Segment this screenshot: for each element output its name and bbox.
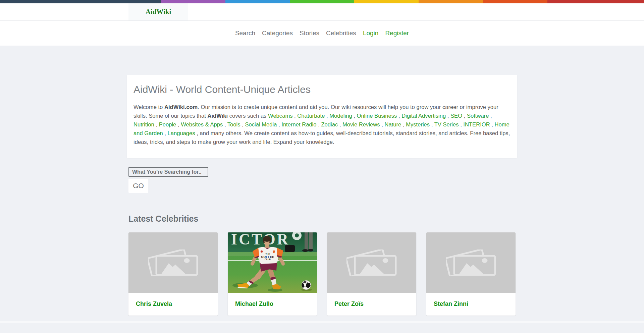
celebrity-card-body: Chris Zuvela [128,293,218,316]
topic-separator: , [352,113,357,119]
topic-separator: , [462,113,467,119]
topic-separator: , [163,130,168,136]
celebrity-card-body: Peter Zoïs [327,293,416,316]
topic-separator: , [317,121,321,128]
topic-separator: , [293,113,298,119]
topic-link-social-media[interactable]: Social Media [245,121,277,128]
stripe-segment [483,0,547,3]
intro-paragraph: Welcome to AidWiki.com. Our mission is t… [133,103,511,147]
topic-link-zodiac[interactable]: Zodiac [321,121,338,128]
search-form: GO [128,167,517,193]
image-placeholder-icon [446,249,496,276]
stripe-segment [290,0,354,3]
page-title: AidWiki - World Content-Unique Articles [133,83,511,96]
intro-text-b1: AidWiki.com [164,104,198,110]
celebrity-card: Peter Zoïs [327,232,416,316]
stadium-banner-text: ICTOR [231,232,290,248]
topic-link-webcams[interactable]: Webcams [268,113,292,119]
topic-link-languages[interactable]: Languages [168,130,195,136]
topic-separator: , [325,113,329,119]
celebrity-image-link[interactable] [128,232,218,293]
intro-text-p3: covers such as [228,113,268,119]
celebrity-name-link[interactable]: Michael Zullo [235,300,273,307]
topic-link-seo[interactable]: SEO [450,113,462,119]
celebrity-name-link[interactable]: Stefan Zinni [434,300,468,307]
celebrity-card: Chris Zuvela [128,232,218,316]
topic-separator: , [397,113,401,119]
stripe-segment [547,0,644,3]
topic-link-websites-apps[interactable]: Websites & Apps [181,121,223,128]
soccer-player-photo: ICTOR [228,232,317,293]
main-content: AidWiki - World Content-Unique Articles … [127,75,517,316]
banner-logo-dot [295,233,299,237]
celebrity-name-link[interactable]: Chris Zuvela [136,300,172,307]
topic-link-interior[interactable]: INTERIOR [463,121,490,128]
celebrity-card-body: Michael Zullo [228,293,317,316]
topic-separator: , [240,121,245,128]
celebrity-image-link[interactable]: ICTOR [228,232,317,293]
main-nav: SearchCategoriesStoriesCelebritiesLoginR… [0,21,644,46]
topic-link-nature[interactable]: Nature [384,121,401,128]
topic-separator: , [401,121,406,128]
celebrity-image-link[interactable] [426,232,516,293]
jersey-text-club: CLUB [265,258,271,261]
nav-link-celebrities[interactable]: Celebrities [323,30,360,37]
topic-link-mysteries[interactable]: Mysteries [406,121,430,128]
site-logo[interactable]: AidWiki [146,8,171,16]
topic-link-chaturbate[interactable]: Chaturbate [297,113,325,119]
nav-link-categories[interactable]: Categories [259,30,296,37]
nav-link-search[interactable]: Search [232,30,259,37]
topic-link-software[interactable]: Software [467,113,489,119]
footer-strip [0,321,644,323]
celebrity-cards: Chris Zuvela ICTOR [127,232,517,316]
topic-separator: , [446,113,450,119]
topic-separator: , [380,121,385,128]
stripe-segment [419,0,483,3]
image-placeholder-icon [346,249,397,276]
topic-separator: , [154,121,159,128]
topic-link-nutrition[interactable]: Nutrition [133,121,154,128]
topic-link-people[interactable]: People [159,121,176,128]
celebrity-card: Stefan Zinni [426,232,516,316]
topic-separator: , [277,121,281,128]
sun-glyph [383,258,388,263]
top-color-stripe [0,0,644,3]
topic-separator: , [459,121,464,128]
topic-separator: , [223,121,227,128]
stripe-segment [354,0,419,3]
nav-link-login[interactable]: Login [360,30,382,37]
nav-link-stories[interactable]: Stories [296,30,323,37]
topic-link-online-business[interactable]: Online Business [357,113,397,119]
latest-celebrities-title: Latest Celebrities [128,214,517,224]
topic-separator: , [489,113,492,119]
celebrity-image-link[interactable] [327,232,416,293]
image-placeholder-icon [148,249,198,276]
topic-link-modeling[interactable]: Modeling [329,113,352,119]
search-input[interactable] [128,167,208,177]
topic-link-tv-series[interactable]: TV Series [434,121,459,128]
stripe-segment [161,0,225,3]
topic-separator: , [490,121,495,128]
go-button[interactable]: GO [128,179,148,193]
topic-link-tools[interactable]: Tools [227,121,240,128]
site-header: AidWiki [0,3,644,21]
topic-separator: , [338,121,342,128]
sun-glyph [184,258,190,263]
sun-glyph [482,258,488,263]
intro-card: AidWiki - World Content-Unique Articles … [127,75,517,158]
celebrity-name-link[interactable]: Peter Zoïs [334,300,364,307]
celebrity-card: ICTOR [228,232,317,316]
topic-separator: , [430,121,434,128]
topic-separator: , [176,121,181,128]
logo-box: AidWiki [128,3,188,20]
stripe-segment [0,0,161,3]
intro-text-b2: AidWiki [207,113,228,119]
stripe-segment [225,0,290,3]
topic-link-digital-advertising[interactable]: Digital Advertising [401,113,446,119]
celebrity-card-body: Stefan Zinni [426,293,516,316]
nav-link-register[interactable]: Register [382,30,412,37]
jersey-text-the: THE [266,253,270,255]
intro-text-p1: Welcome to [133,104,164,110]
topic-link-internet-radio[interactable]: Internet Radio [281,121,316,128]
topic-link-movie-reviews[interactable]: Movie Reviews [342,121,380,128]
